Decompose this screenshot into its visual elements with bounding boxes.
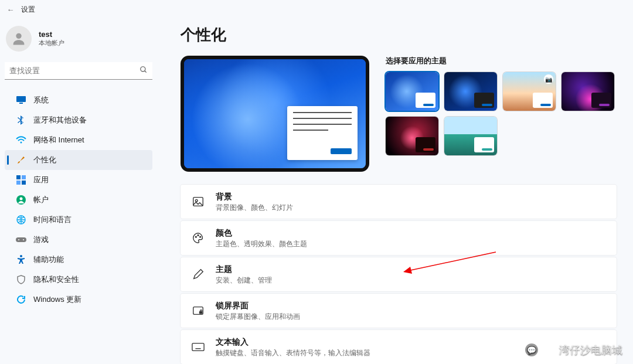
setting-lockscreen[interactable]: 锁屏界面锁定屏幕图像、应用和动画	[181, 294, 617, 328]
wechat-buddy-icon	[543, 344, 554, 356]
page-title: 个性化	[181, 19, 617, 56]
setting-title: 主题	[216, 264, 272, 275]
svg-rect-9	[22, 181, 26, 185]
apps-icon	[16, 175, 26, 185]
setting-themes[interactable]: 主题安装、创建、管理	[181, 257, 617, 291]
nav: 系统蓝牙和其他设备网络和 Internet个性化应用帐户时间和语言游戏辅助功能隐…	[5, 90, 152, 309]
theme-captured[interactable]	[444, 117, 497, 155]
svg-point-5	[21, 142, 22, 144]
palette-icon	[191, 231, 205, 245]
watermark-text: 湾仔沙电脑城	[559, 343, 622, 357]
watermark: 💬 湾仔沙电脑城	[525, 343, 622, 357]
search-icon	[139, 66, 148, 76]
shield-icon	[16, 274, 26, 285]
settings-list: 背景背景图像、颜色、幻灯片颜色主题色、透明效果、颜色主题主题安装、创建、管理锁屏…	[181, 185, 617, 364]
sidebar-item-privacy[interactable]: 隐私和安全性	[5, 270, 152, 290]
user-block[interactable]: test 本地帐户	[5, 19, 152, 62]
search-box[interactable]	[5, 62, 152, 80]
svg-line-2	[145, 71, 147, 73]
theme-glow-purple[interactable]	[561, 72, 614, 111]
svg-rect-4	[19, 103, 23, 104]
accessibility-icon	[16, 254, 26, 265]
keyboard-icon	[191, 340, 205, 354]
setting-colors[interactable]: 颜色主题色、透明效果、颜色主题	[181, 221, 617, 255]
sidebar-item-network[interactable]: 网络和 Internet	[5, 130, 152, 150]
svg-rect-8	[16, 181, 21, 185]
setting-desc: 主题色、透明效果、颜色主题	[216, 240, 307, 249]
back-icon[interactable]: ←	[4, 5, 18, 14]
sidebar-item-label: 隐私和安全性	[33, 274, 79, 285]
sidebar-item-update[interactable]: Windows 更新	[5, 290, 152, 309]
svg-rect-23	[199, 311, 203, 314]
display-icon	[16, 95, 26, 106]
update-icon	[16, 294, 26, 305]
sidebar-item-label: 时间和语言	[33, 215, 72, 225]
wechat-icon: 💬	[525, 343, 538, 356]
sidebar-item-personalization[interactable]: 个性化	[5, 150, 152, 170]
brush-icon	[16, 155, 26, 165]
theme-sunrise[interactable]: 📷	[503, 72, 556, 111]
svg-point-15	[23, 239, 24, 240]
setting-title: 锁屏界面	[216, 301, 300, 311]
person-circle-icon	[16, 195, 26, 205]
bluetooth-icon	[16, 115, 26, 125]
sidebar-item-label: Windows 更新	[33, 294, 81, 305]
theme-grid: 📷	[386, 72, 617, 155]
main: 个性化 选择要应用的主题 📷 背景背景图像、颜色、幻灯片颜色主题色、透明效果、颜…	[157, 19, 633, 364]
sidebar: test 本地帐户 系统蓝牙和其他设备网络和 Internet个性化应用帐户时间…	[0, 19, 157, 364]
svg-point-1	[141, 67, 145, 72]
sidebar-item-time[interactable]: 时间和语言	[5, 210, 152, 230]
svg-rect-6	[16, 175, 21, 179]
svg-point-0	[16, 33, 21, 39]
svg-rect-24	[192, 343, 204, 351]
sidebar-item-label: 网络和 Internet	[33, 135, 84, 145]
desktop-preview	[181, 56, 369, 172]
setting-desc: 背景图像、颜色、幻灯片	[216, 203, 293, 212]
accent-preview	[331, 148, 352, 154]
sidebar-item-label: 帐户	[33, 195, 49, 205]
sidebar-item-label: 系统	[33, 95, 49, 106]
svg-rect-3	[16, 96, 26, 102]
pen-icon	[191, 267, 205, 281]
user-name: test	[39, 30, 64, 39]
avatar	[6, 26, 32, 52]
gamepad-icon	[16, 234, 26, 245]
svg-point-20	[198, 235, 199, 236]
sidebar-item-system[interactable]: 系统	[5, 90, 152, 110]
setting-background[interactable]: 背景背景图像、颜色、幻灯片	[181, 185, 617, 219]
svg-rect-7	[22, 175, 26, 179]
svg-point-14	[18, 239, 19, 240]
sidebar-item-apps[interactable]: 应用	[5, 170, 152, 190]
svg-point-16	[20, 255, 22, 257]
image-icon	[191, 195, 205, 209]
sidebar-item-accounts[interactable]: 帐户	[5, 190, 152, 210]
setting-desc: 触摸键盘、语音输入、表情符号等，输入法编辑器	[216, 349, 370, 358]
sidebar-item-bluetooth[interactable]: 蓝牙和其他设备	[5, 110, 152, 130]
wifi-icon	[16, 135, 26, 145]
svg-point-11	[20, 198, 23, 200]
sidebar-item-gaming[interactable]: 游戏	[5, 230, 152, 250]
theme-win11-dark[interactable]	[444, 72, 497, 111]
search-input[interactable]	[5, 62, 152, 80]
sidebar-item-label: 蓝牙和其他设备	[33, 115, 87, 125]
setting-desc: 安装、创建、管理	[216, 276, 272, 285]
camera-icon: 📷	[544, 74, 553, 84]
svg-rect-13	[16, 237, 26, 242]
theme-win11-light[interactable]	[386, 72, 438, 111]
sidebar-item-accessibility[interactable]: 辅助功能	[5, 250, 152, 270]
setting-title: 背景	[216, 192, 293, 202]
theme-flow-red[interactable]	[386, 117, 438, 155]
window-preview	[287, 106, 358, 160]
window-title: 设置	[21, 5, 35, 15]
setting-title: 文本输入	[216, 337, 370, 348]
sidebar-item-label: 个性化	[33, 155, 56, 165]
svg-point-21	[200, 236, 201, 237]
sidebar-item-label: 应用	[33, 175, 49, 185]
svg-point-18	[195, 199, 198, 202]
user-subtitle: 本地帐户	[39, 39, 64, 47]
sidebar-item-label: 游戏	[33, 234, 49, 245]
sidebar-item-label: 辅助功能	[33, 254, 64, 265]
themes-label: 选择要应用的主题	[386, 56, 617, 66]
globe-clock-icon	[16, 215, 26, 225]
lock-screen-icon	[191, 304, 205, 318]
